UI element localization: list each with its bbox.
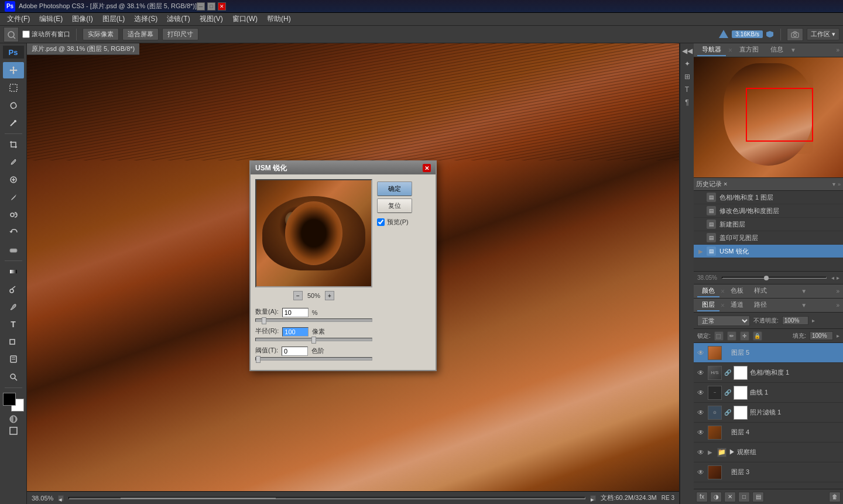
zoom-arrow-right[interactable]: ▸ [590,495,596,501]
layer-visibility-4[interactable]: 👁 [696,428,705,437]
history-item-2[interactable]: ▤ 新建图层 [694,218,843,231]
menu-file[interactable]: 文件(F) [2,13,35,25]
notes-tool[interactable] [3,351,24,368]
opacity-arrow[interactable]: ▸ [812,317,815,324]
text-tool[interactable]: T [3,316,24,332]
lasso-tool[interactable] [3,97,24,114]
usm-title-bar[interactable]: USM 锐化 ✕ [251,162,436,174]
fill-input[interactable] [810,331,833,340]
menu-window[interactable]: 窗口(W) [228,13,262,25]
zoom-slider-track[interactable] [722,277,827,279]
radius-input[interactable] [282,327,309,337]
brush-tool[interactable] [3,189,24,205]
amount-input[interactable] [282,308,309,317]
dodge-tool[interactable] [3,281,24,297]
lock-pixels-btn[interactable]: ✏ [727,331,736,341]
tab-styles[interactable]: 样式 [749,285,772,297]
history-item-1[interactable]: ▤ 修改色调/饱和度图层 [694,204,843,218]
camera-btn[interactable] [787,28,803,41]
tab-channels[interactable]: 通道 [726,299,748,311]
layer-row-1[interactable]: 👁 H/S 🔗 色相/饱和度 1 [694,363,843,383]
zoom-plus-btn[interactable]: + [325,291,334,300]
blend-mode-select[interactable]: 正常 [697,316,750,326]
strip-icon2[interactable]: ⊞ [682,71,693,82]
tab-navigator[interactable]: 导航器 [697,44,726,56]
history-close-btn[interactable]: » [838,181,841,187]
layer-row-2[interactable]: 👁 ~ 🔗 曲线 1 [694,383,843,403]
lock-transparent-btn[interactable]: ⬚ [714,331,724,341]
workspace-btn[interactable]: 工作区 ▾ [807,28,839,40]
tab-info[interactable]: 信息 [766,44,788,56]
color-panel-menu[interactable]: ▼ [801,288,807,294]
layer-row-5[interactable]: 👁 ▶ 📁 ▶ 观察组 [694,443,843,462]
scroll-all-windows-checkbox[interactable]: 滚动所有窗口 [22,30,70,39]
clone-tool[interactable] [3,207,24,223]
zoom-arrow-left[interactable]: ◂ [58,495,64,501]
healing-tool[interactable] [3,172,24,188]
color-panel-close[interactable]: » [836,288,839,294]
crop-tool[interactable] [3,136,24,153]
strip-icon3[interactable]: T [682,84,693,95]
layer-row-0[interactable]: 👁 图层 5 [694,343,843,363]
scroll-bar-h[interactable] [68,497,585,499]
layer-adjustment-btn[interactable]: ✕ [724,492,736,502]
strip-icon1[interactable]: ✦ [682,59,693,69]
screen-mode-btn[interactable] [8,427,19,435]
zoom-left-arrow[interactable]: ◂ [831,275,834,281]
layer-visibility-3[interactable]: 👁 [696,408,705,417]
menu-view[interactable]: 视图(V) [195,13,228,25]
menu-image[interactable]: 图像(I) [67,13,97,25]
layer-visibility-0[interactable]: 👁 [696,348,705,358]
layer-row-3[interactable]: 👁 ⊙ 🔗 照片滤镜 1 [694,403,843,423]
layer-visibility-1[interactable]: 👁 [696,368,705,378]
menu-select[interactable]: 选择(S) [129,13,162,25]
layer-visibility-2[interactable]: 👁 [696,388,705,397]
marquee-tool[interactable] [3,80,24,96]
threshold-slider-thumb[interactable] [256,356,261,363]
history-item-0[interactable]: ▤ 色相/饱和度 1 图层 [694,191,843,204]
opacity-input[interactable] [782,316,808,325]
menu-layer[interactable]: 图层(L) [98,13,130,25]
close-btn[interactable]: ✕ [218,2,226,11]
minimize-btn[interactable]: ─ [197,2,205,11]
layer-delete-btn[interactable]: 🗑 [829,492,841,502]
zoom-right-arrow[interactable]: ▸ [837,275,839,281]
menu-help[interactable]: 帮助(H) [262,13,296,25]
threshold-slider[interactable] [255,357,372,361]
tab-color[interactable]: 颜色 [697,285,719,297]
usm-close-btn[interactable]: ✕ [423,164,431,172]
tab-histogram[interactable]: 直方图 [735,44,763,56]
layer-visibility-6[interactable]: 👁 [696,468,705,477]
layer-new-btn[interactable]: ▤ [752,492,764,502]
zoom-minus-btn[interactable]: − [293,291,303,300]
layers-menu-btn[interactable]: ▼ [801,302,807,308]
move-tool[interactable] [3,62,24,78]
history-menu-btn[interactable]: ▼ [831,181,837,187]
strip-icon4[interactable]: ¶ [682,97,693,108]
strip-collapse-btn[interactable]: ◀◀ [682,46,693,56]
layer-row-6[interactable]: 👁 图层 3 [694,462,843,482]
actual-pixels-btn[interactable]: 实际像素 [83,28,119,40]
lock-position-btn[interactable]: ✛ [740,331,749,341]
maximize-btn[interactable]: □ [207,2,215,11]
gradient-tool[interactable] [3,263,24,280]
layer-visibility-5[interactable]: 👁 [696,448,705,457]
eraser-tool[interactable] [3,242,24,258]
amount-slider-thumb[interactable] [262,317,266,324]
usm-preview-checkbox-row[interactable]: 预览(P) [377,218,412,227]
usm-reset-btn[interactable]: 复位 [377,198,412,213]
lock-all-btn[interactable]: 🔒 [753,331,762,341]
fill-arrow[interactable]: ▸ [837,332,839,339]
shape-tool[interactable] [3,334,24,350]
history-item-3[interactable]: ▤ 盖印可见图层 [694,231,843,245]
panel-menu-btn[interactable]: ▼ [790,47,796,53]
zoom-tool[interactable] [3,369,24,385]
amount-slider[interactable] [255,318,372,322]
history-item-4[interactable]: ▶ ▤ USM 锐化 [694,245,843,258]
radius-slider[interactable] [255,338,372,341]
layer-mask-btn[interactable]: ◑ [710,492,722,502]
usm-preview-image[interactable] [255,179,372,287]
panel-collapse-btn[interactable]: » [836,47,839,53]
layer-row-4[interactable]: 👁 图层 4 [694,423,843,443]
ps-icon[interactable]: Ps [3,46,24,59]
